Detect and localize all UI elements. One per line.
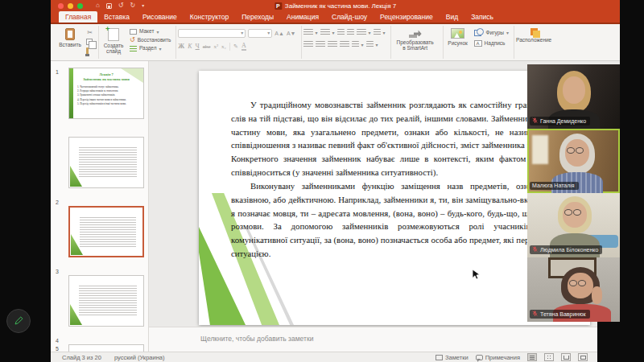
undo-icon[interactable]: ↺ (118, 2, 124, 9)
arrange-icon (530, 28, 538, 35)
section-icon (130, 46, 137, 51)
smartart-icon (409, 28, 422, 38)
annotation-pencil-button[interactable] (6, 309, 31, 333)
customize-toolbar-caret-icon[interactable]: ▾ (142, 3, 144, 8)
highlight-color-button[interactable]: ✎ (233, 43, 238, 50)
tab-perekhody[interactable]: Переходы (235, 11, 280, 23)
slide-number: 1 (56, 69, 59, 75)
thumb1-heading2: Займенник як частина мови (72, 77, 140, 82)
video-call-panel[interactable]: Ганна Демиденко Малюга Наталія Людмила Б… (527, 64, 620, 322)
close-window-button[interactable] (58, 3, 64, 9)
slide-thumbnail-2[interactable] (68, 137, 144, 188)
align-right-icon[interactable] (328, 41, 337, 48)
font-name-combo[interactable] (178, 29, 246, 38)
underline-button[interactable]: Ч (196, 43, 200, 50)
cut-icon[interactable]: ✂ (86, 29, 93, 36)
arrange-group: Расположение (514, 26, 556, 59)
font-color-button[interactable]: А (242, 42, 246, 51)
tab-retsenzirovanie[interactable]: Рецензирование (374, 11, 440, 23)
shrink-font-button[interactable]: А▼ (287, 31, 296, 36)
video-tile-participant-1[interactable]: Ганна Демиденко (527, 64, 620, 129)
document-title: P Займенник як частина мови. Лекція 7 (275, 2, 396, 10)
line-spacing-icon[interactable] (357, 29, 366, 36)
copy-icon[interactable] (86, 39, 93, 45)
section-button[interactable]: Раздел▾ (130, 46, 171, 51)
tab-glavnaya[interactable]: Главная (59, 11, 97, 23)
new-slide-icon (108, 28, 119, 41)
quick-access-toolbar: ⌂ ↺ ↻ ▾ (96, 2, 144, 9)
slide-counter: Слайд 3 из 20 (62, 354, 101, 361)
superscript-button[interactable]: x² (213, 43, 218, 50)
slideshow-view-button[interactable] (578, 353, 588, 361)
tab-risovanie[interactable]: Рисование (136, 11, 184, 23)
video-tile-participant-2-active-speaker[interactable]: Малюга Наталія (527, 129, 620, 193)
notes-toggle-button[interactable]: Заметки (436, 354, 469, 361)
subscript-button[interactable]: x₂ (221, 43, 226, 50)
pencil-icon (13, 315, 24, 327)
grow-font-button[interactable]: А▲ (275, 31, 284, 36)
bold-button[interactable]: Ж (178, 43, 184, 50)
increase-indent-icon[interactable] (347, 29, 354, 36)
redo-icon[interactable]: ↻ (130, 2, 136, 9)
notes-placeholder: Щелкните, чтобы добавить заметки (200, 335, 313, 343)
slide-thumbnail-panel: 1 Лекція 7 Займенник як частина мови 1. … (51, 61, 149, 352)
shapes-button[interactable]: Фигуры▾ (474, 30, 509, 36)
font-size-combo[interactable] (248, 29, 272, 38)
align-left-icon[interactable] (303, 41, 313, 48)
layout-button[interactable]: Макет▾ (130, 29, 171, 35)
align-center-icon[interactable] (316, 41, 325, 48)
insert-group: Рисунок Фигуры▾ АНадпись (444, 26, 514, 59)
new-slide-button[interactable]: Создать слайд (101, 27, 126, 55)
align-text-icon[interactable] (366, 41, 374, 48)
arrange-button[interactable]: Расположение (516, 27, 551, 43)
tab-konstruktor[interactable]: Конструктор (184, 11, 235, 23)
text-direction-icon[interactable] (352, 41, 359, 48)
columns-icon[interactable] (374, 29, 381, 36)
video-tile-participant-4[interactable]: Тетяна Вавринюк (527, 257, 620, 322)
save-icon[interactable] (106, 3, 112, 9)
picture-button[interactable]: Рисунок (445, 27, 471, 46)
strikethrough-button[interactable]: abc (203, 43, 211, 50)
slide-thumbnail-1[interactable]: Лекція 7 Займенник як частина мови 1. Ча… (68, 68, 144, 119)
font-group: А▲ А▼ Ж К Ч abc x² x₂ ✎ А (176, 26, 301, 59)
paste-button[interactable]: Вставить (57, 27, 83, 47)
reading-view-button[interactable] (561, 353, 571, 361)
reset-icon: ↺ (130, 37, 135, 43)
notes-icon (436, 355, 443, 360)
reset-button[interactable]: ↺Восстановить (130, 37, 171, 43)
powerpoint-app-icon: P (275, 2, 282, 10)
arrange-label: Расположение (516, 37, 551, 43)
numbering-icon[interactable] (320, 29, 330, 36)
participant-name-label: Тетяна Вавринюк (530, 310, 590, 319)
home-icon[interactable]: ⌂ (96, 2, 100, 9)
format-painter-icon[interactable] (86, 47, 89, 55)
smartart-label: Преобразовать в SmartArt (397, 39, 434, 51)
bullets-icon[interactable] (303, 29, 313, 36)
tab-animatsiya[interactable]: Анимация (280, 11, 325, 23)
tab-vid[interactable]: Вид (440, 11, 464, 23)
normal-view-button[interactable] (527, 353, 537, 361)
shapes-icon (474, 30, 481, 36)
language-indicator[interactable]: русский (Украина) (114, 354, 165, 361)
comments-icon (476, 355, 483, 360)
title-bar: ⌂ ↺ ↻ ▾ P Займенник як частина мови. Лек… (51, 0, 620, 11)
minimize-window-button[interactable] (68, 3, 73, 9)
tab-vstavka[interactable]: Вставка (97, 11, 136, 23)
zoom-window-button[interactable] (77, 3, 83, 9)
justify-icon[interactable] (340, 41, 349, 48)
ribbon-tabs: Главная Вставка Рисование Конструктор Пе… (51, 11, 620, 24)
slide-sorter-view-button[interactable] (544, 353, 554, 361)
slide-number: 2 (56, 200, 59, 205)
convert-smartart-button[interactable]: Преобразовать в SmartArt (393, 27, 438, 51)
slide-thumbnail-3-selected[interactable] (68, 206, 144, 257)
italic-button[interactable]: К (188, 43, 192, 50)
slide-thumbnail-4[interactable] (68, 275, 144, 327)
notes-pane[interactable]: Щелкните, чтобы добавить заметки (149, 327, 620, 352)
decrease-indent-icon[interactable] (337, 29, 345, 36)
video-tile-participant-3[interactable]: Людмила Білоконенко (527, 193, 620, 257)
paste-icon (65, 28, 75, 40)
comments-toggle-button[interactable]: Примечания (476, 354, 520, 361)
tab-slide-show[interactable]: Слайд-шоу (325, 11, 374, 23)
textbox-button[interactable]: АНадпись (474, 40, 509, 47)
tab-zapis[interactable]: Запись (464, 11, 500, 23)
